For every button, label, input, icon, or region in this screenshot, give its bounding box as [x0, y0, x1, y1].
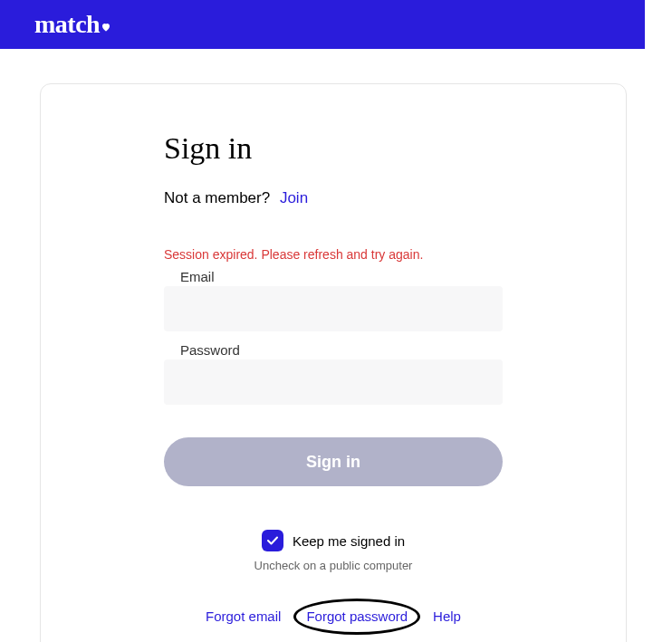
brand-logo[interactable]: match — [34, 10, 111, 39]
signin-content: Sign in Not a member? Join Session expir… — [164, 131, 503, 625]
app-header: match — [0, 0, 645, 49]
page-title: Sign in — [164, 131, 503, 166]
uncheck-note: Uncheck on a public computer — [164, 559, 503, 572]
keep-signed-checkbox[interactable] — [262, 530, 283, 551]
email-field-group: Email — [164, 269, 503, 331]
keep-signed-row: Keep me signed in — [164, 530, 503, 551]
not-member-row: Not a member? Join — [164, 189, 503, 207]
signin-card: Sign in Not a member? Join Session expir… — [40, 83, 627, 642]
error-message: Session expired. Please refresh and try … — [164, 247, 503, 262]
forgot-password-link[interactable]: Forgot password — [306, 608, 408, 624]
heart-icon — [101, 10, 111, 39]
not-member-text: Not a member? — [164, 189, 270, 206]
join-link[interactable]: Join — [280, 189, 308, 206]
logo-text: match — [34, 10, 100, 39]
password-input[interactable] — [164, 359, 503, 405]
email-label: Email — [164, 269, 503, 284]
password-field-group: Password — [164, 342, 503, 405]
forgot-email-link[interactable]: Forgot email — [206, 608, 281, 625]
check-icon — [267, 534, 278, 548]
password-label: Password — [164, 342, 503, 358]
help-link[interactable]: Help — [433, 608, 461, 625]
email-input[interactable] — [164, 286, 503, 331]
signin-button[interactable]: Sign in — [164, 437, 503, 486]
keep-signed-label: Keep me signed in — [293, 533, 405, 549]
forgot-password-wrap: Forgot password — [306, 608, 408, 625]
footer-links: Forgot email Forgot password Help — [164, 608, 503, 625]
